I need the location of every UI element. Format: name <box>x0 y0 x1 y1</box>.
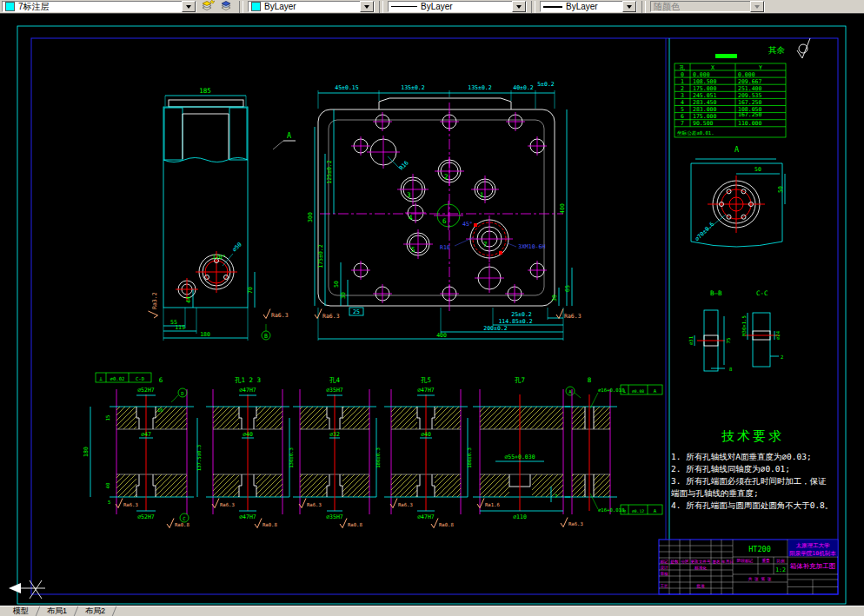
roughness-mark: Ra0.8 <box>263 522 277 527</box>
color-combo[interactable]: ByLayer <box>248 1 375 12</box>
dim-text: 7 <box>555 493 557 499</box>
roughness-mark: Ra6.3 <box>322 313 340 320</box>
gdt-tolerance: ∅0.12 <box>632 509 644 513</box>
lineweight-combo-arrow[interactable] <box>622 1 636 12</box>
dim-text: 400 <box>559 203 566 214</box>
linetype-combo-arrow[interactable] <box>512 1 526 12</box>
dim-text: ∅35H7 <box>326 387 343 394</box>
col-header: 孔 <box>679 64 686 71</box>
tech-req-line: 端面与孔轴线的垂直度; <box>671 488 759 498</box>
grip-handle[interactable] <box>499 251 502 255</box>
detail-label: 孔5 <box>421 376 431 384</box>
svg-text:分区: 分区 <box>680 560 689 564</box>
grip-handle[interactable] <box>474 223 477 227</box>
gdt-tolerance: ∅0.08 <box>632 389 644 394</box>
layer-color-swatch <box>5 2 15 11</box>
dim-text: ∅40 <box>421 431 431 438</box>
dim-text: M30×1.5 <box>741 315 747 336</box>
lineweight-combo[interactable]: ByLayer <box>540 1 637 12</box>
layer-combo-arrow[interactable] <box>182 1 196 12</box>
dim-text: 50 <box>754 166 761 173</box>
cell: 175.000 <box>693 113 716 120</box>
gdt-tolerance: ∅0.02 <box>110 376 125 381</box>
dim-text: 40±0.2 <box>513 84 534 91</box>
tab-layout1[interactable]: 布局1 <box>39 606 75 616</box>
layer-previous-button[interactable] <box>218 0 235 13</box>
roughness-mark: Ra6.3 <box>568 521 583 527</box>
properties-toolbar: 7标注层 ByLayer ByLayer ByLayer 随颜色 <box>0 0 864 14</box>
tech-req-line: 2. 所有孔轴线同轴度为∅0.01; <box>671 464 790 474</box>
dim-text: 5 <box>108 500 110 505</box>
cell: 4 <box>681 99 684 106</box>
layer-combo[interactable]: 7标注层 <box>2 1 196 12</box>
svg-text:签名: 签名 <box>712 560 720 564</box>
organization-line1: 太原理工大学 <box>796 542 831 549</box>
plotstyle-combo: 随颜色 <box>650 1 765 12</box>
cell: 0.000 <box>693 71 710 78</box>
color-combo-arrow[interactable] <box>360 1 374 12</box>
tab-layout2[interactable]: 布局2 <box>77 606 113 616</box>
make-layer-current-button[interactable] <box>199 0 216 13</box>
dim-text: 115 <box>175 324 185 331</box>
section-label: C-C <box>756 289 768 297</box>
dim-text: 50 <box>333 281 340 288</box>
cell: 245.051 <box>693 92 716 99</box>
dim-text: 40 <box>105 483 110 489</box>
detail-label: 6 <box>159 376 163 384</box>
dim-text: 2 <box>781 354 783 360</box>
dim-text: 30 <box>340 292 347 299</box>
dim-text: 200±0.2 <box>483 325 507 332</box>
dim-text: ∅52H7 <box>137 387 155 394</box>
cell: 3 <box>681 92 684 99</box>
angle-label: 120° <box>212 254 226 261</box>
detail-label: 8 <box>588 376 592 384</box>
detail-label: 孔7 <box>515 376 525 384</box>
toolbar-separator <box>239 1 243 13</box>
dim-text: 50 <box>777 186 784 193</box>
dim-text: 125±0.2 <box>326 160 333 183</box>
view-a-label: A <box>734 145 739 154</box>
thread-callout: 3XM10-6H <box>518 243 545 250</box>
hole-number: 1 <box>480 191 484 199</box>
layout-tab-bar: 模型 布局1 布局2 <box>0 606 864 616</box>
cell: 6 <box>681 113 684 120</box>
linetype-combo-value: ByLayer <box>421 2 453 11</box>
angle-callout: 45° <box>462 221 473 228</box>
svg-text:审核: 审核 <box>660 572 668 576</box>
dim-text: ∅47H7 <box>239 513 256 520</box>
roughness-mark: Ra0.8 <box>175 522 189 527</box>
dim-text: 180 <box>83 447 90 457</box>
roughness-mark: Ra6.3 <box>564 313 582 320</box>
layer-combo-value: 7标注层 <box>18 1 50 13</box>
tab-model[interactable]: 模型 <box>5 606 37 616</box>
section-label: B—B <box>710 289 722 297</box>
cell: 108.500 <box>693 78 716 85</box>
linetype-combo[interactable]: ByLayer <box>388 1 527 12</box>
cell: 283.450 <box>693 99 716 106</box>
table-highlight <box>715 54 737 58</box>
datum-label: C <box>183 516 185 521</box>
toolbar-separator <box>531 1 535 13</box>
toolbar-separator <box>641 1 646 13</box>
dim-text: ∅47H7 <box>417 513 435 520</box>
tech-req-line: 4. 所有孔端面与圆周面处圆角不大于0.8。 <box>671 500 833 510</box>
cell: 0 <box>681 71 684 78</box>
roughness-mark: Ra0.8 <box>348 522 362 527</box>
cell: 175.000 <box>693 85 716 92</box>
radius-callout: R10 <box>440 244 450 251</box>
material-spec: HT200 <box>748 545 771 553</box>
dim-text: 135±0.2 <box>468 84 491 91</box>
dim-text: 114.85±0.2 <box>498 318 532 325</box>
dim-text: 130±0.3 <box>289 447 294 468</box>
dim-text: ∅47H7 <box>417 387 435 394</box>
dim-text: 185 <box>199 87 211 95</box>
drawing-canvas[interactable]: 其余 孔 X Y 00.0000.000 1108.500209.667 217… <box>0 14 864 606</box>
dim-text: 175±0.2 <box>317 244 324 268</box>
surface-note-text: 其余 <box>768 45 786 55</box>
cell: 283.000 <box>693 106 716 113</box>
cell: 251.400 <box>738 85 761 92</box>
make-layer-current-icon <box>200 0 215 11</box>
dim-text: ∅40 <box>243 431 253 438</box>
svg-text:重量: 重量 <box>761 558 770 563</box>
dim-text: ∅47 <box>141 431 151 438</box>
